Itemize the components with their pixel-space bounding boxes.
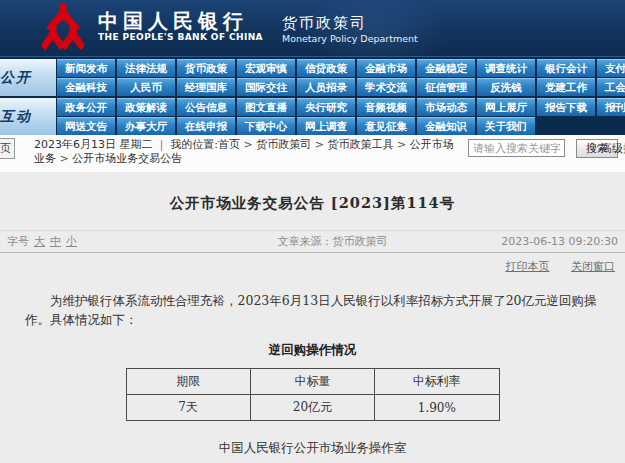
article-meta-row: 字号大中小 文章来源：货币政策司 2023-06-13 09:20:30 <box>0 230 625 253</box>
nav-item[interactable]: 意见征集 <box>357 117 415 135</box>
nav-item[interactable]: 党建工作 <box>537 78 595 96</box>
nav-item[interactable]: 网送文告 <box>57 117 115 135</box>
pboc-logo-icon <box>42 3 84 51</box>
nav-group-label-information[interactable]: 信息公开 <box>0 59 56 96</box>
table-cell: 1.90% <box>375 395 499 421</box>
breadcrumb-separator: > <box>393 138 409 151</box>
nav-item[interactable]: 图文直播 <box>237 98 295 116</box>
nav-item[interactable]: 报告下载 <box>537 98 595 116</box>
nav-item[interactable]: 在线申报 <box>177 117 235 135</box>
nav-item[interactable]: 网上调查 <box>297 117 355 135</box>
nav-item[interactable]: 央行研究 <box>297 98 355 116</box>
nav-item[interactable]: 法律法规 <box>117 59 175 77</box>
nav-item[interactable]: 调查统计 <box>477 59 535 77</box>
nav-item[interactable]: 宏观审慎 <box>237 59 295 77</box>
bank-title-cn: 中国人民银行 <box>98 8 278 35</box>
nav-item[interactable]: 市场动态 <box>417 98 475 116</box>
breadcrumb-divider: ｜ <box>156 138 167 151</box>
nav-row: 网送文告办事大厅在线申报下载中心网上调查意见征集金融知识关于我们 <box>57 117 625 135</box>
breadcrumb-separator: > <box>311 138 327 151</box>
nav-item[interactable]: 政务公开 <box>57 98 115 116</box>
nav-row: 金融科技人民币经理国库国际交往人员招录学术交流征信管理反洗钱党建工作工会工作 <box>57 78 625 96</box>
nav-item[interactable]: 工会工作 <box>597 78 625 96</box>
breadcrumb-date: 2023年6月13日 星期二 <box>34 138 153 151</box>
main-navigation: 信息公开 新闻发布法律法规货币政策宏观审慎信贷政策金融市场金融稳定调查统计银行会… <box>0 57 625 135</box>
article-content: 公开市场业务交易公告 [2023]第114号 字号大中小 文章来源：货币政策司 … <box>0 172 625 463</box>
search-input[interactable] <box>468 139 565 157</box>
table-cell: 20亿元 <box>250 395 374 421</box>
table-cell: 7天 <box>126 395 250 421</box>
nav-row: 政务公开政策解读公告信息图文直播央行研究音频视频市场动态网上展厅报告下载报刊年鉴 <box>57 98 625 116</box>
nav-group-information: 信息公开 新闻发布法律法规货币政策宏观审慎信贷政策金融市场金融稳定调查统计银行会… <box>0 59 625 96</box>
article-datetime: 2023-06-13 09:20:30 <box>458 235 618 248</box>
breadcrumb-separator: > <box>240 138 256 151</box>
font-size-option[interactable]: 小 <box>66 235 77 248</box>
article-paragraph: 为维护银行体系流动性合理充裕，2023年6月13日人民银行以利率招标方式开展了2… <box>0 291 625 329</box>
font-size-label: 字号 <box>7 235 29 248</box>
site-banner: 中国人民银行 THE PEOPLE'S BANK OF CHINA 货币政策司 … <box>0 0 625 57</box>
table-header-cell: 中标量 <box>250 369 374 395</box>
article-title: 公开市场业务交易公告 [2023]第114号 <box>0 172 625 213</box>
nav-item[interactable]: 金融知识 <box>417 117 475 135</box>
nav-item[interactable]: 人民币 <box>117 78 175 96</box>
close-window-link[interactable]: 关闭窗口 <box>571 260 615 273</box>
nav-item[interactable]: 人员招录 <box>297 78 355 96</box>
breadcrumb-item[interactable]: 首页 <box>218 138 240 151</box>
nav-item[interactable]: 关于我们 <box>477 117 535 135</box>
article-actions: 打印本页 关闭窗口 <box>0 253 625 277</box>
nav-item[interactable]: 银行会计 <box>537 59 595 77</box>
breadcrumb-location-label: 我的位置: <box>170 138 218 151</box>
nav-group-services: 服务互动 政务公开政策解读公告信息图文直播央行研究音频视频市场动态网上展厅报告下… <box>0 98 625 135</box>
source-value: 货币政策司 <box>333 235 388 248</box>
font-size-control: 字号大中小 <box>7 234 207 249</box>
partial-tab[interactable]: 页 <box>0 138 15 159</box>
nav-item[interactable]: 音频视频 <box>357 98 415 116</box>
nav-item[interactable]: 货币政策 <box>177 59 235 77</box>
nav-item[interactable]: 经理国库 <box>177 78 235 96</box>
nav-item[interactable]: 信贷政策 <box>297 59 355 77</box>
pboc-announcement-page: 中国人民银行 THE PEOPLE'S BANK OF CHINA 货币政策司 … <box>0 0 625 463</box>
breadcrumb: 2023年6月13日 星期二 ｜ 我的位置:首页 > 货币政策司 > 货币政策工… <box>34 138 464 166</box>
table-header-row: 期限中标量中标利率 <box>126 369 499 395</box>
nav-item[interactable]: 报刊年鉴 <box>597 98 625 116</box>
breadcrumb-item[interactable]: 货币政策司 <box>256 138 311 151</box>
advanced-search-link[interactable]: 高级搜索 <box>601 141 625 156</box>
font-size-option[interactable]: 大 <box>34 235 45 248</box>
bank-title-en: THE PEOPLE'S BANK OF CHINA <box>98 32 263 42</box>
nav-item[interactable]: 国际交往 <box>237 78 295 96</box>
nav-item[interactable]: 征信管理 <box>417 78 475 96</box>
breadcrumb-item[interactable]: 货币政策工具 <box>327 138 393 151</box>
reverse-repo-table: 期限中标量中标利率 7天20亿元1.90% <box>126 368 500 421</box>
article-signature: 中国人民银行公开市场业务操作室 <box>0 440 625 457</box>
nav-item[interactable]: 金融市场 <box>357 59 415 77</box>
nav-item[interactable]: 公告信息 <box>177 98 235 116</box>
article-source: 文章来源：货币政策司 <box>207 234 458 249</box>
table-header-cell: 中标利率 <box>375 369 499 395</box>
nav-item[interactable]: 支付体系 <box>597 59 625 77</box>
department-title-en: Monetary Policy Department <box>282 33 418 44</box>
breadcrumb-bar: 页 2023年6月13日 星期二 ｜ 我的位置:首页 > 货币政策司 > 货币政… <box>0 135 625 172</box>
print-page-link[interactable]: 打印本页 <box>506 260 550 273</box>
nav-row: 新闻发布法律法规货币政策宏观审慎信贷政策金融市场金融稳定调查统计银行会计支付体系 <box>57 59 625 77</box>
nav-item[interactable]: 下载中心 <box>237 117 295 135</box>
nav-item[interactable]: 反洗钱 <box>477 78 535 96</box>
department-title-cn: 货币政策司 <box>282 14 367 33</box>
nav-group-label-services[interactable]: 服务互动 <box>0 98 56 135</box>
table-row: 7天20亿元1.90% <box>126 395 499 421</box>
breadcrumb-item[interactable]: 公开市场业务交易公告 <box>72 152 182 165</box>
source-label: 文章来源： <box>278 235 333 248</box>
font-size-option[interactable]: 中 <box>50 235 61 248</box>
table-header-cell: 期限 <box>126 369 250 395</box>
breadcrumb-separator: > <box>56 152 72 165</box>
nav-item[interactable]: 新闻发布 <box>57 59 115 77</box>
nav-item[interactable]: 金融稳定 <box>417 59 475 77</box>
nav-item[interactable]: 金融科技 <box>57 78 115 96</box>
operations-table-title: 逆回购操作情况 <box>0 342 625 359</box>
nav-item[interactable]: 政策解读 <box>117 98 175 116</box>
nav-item[interactable]: 办事大厅 <box>117 117 175 135</box>
nav-item[interactable]: 网上展厅 <box>477 98 535 116</box>
nav-item[interactable]: 学术交流 <box>357 78 415 96</box>
